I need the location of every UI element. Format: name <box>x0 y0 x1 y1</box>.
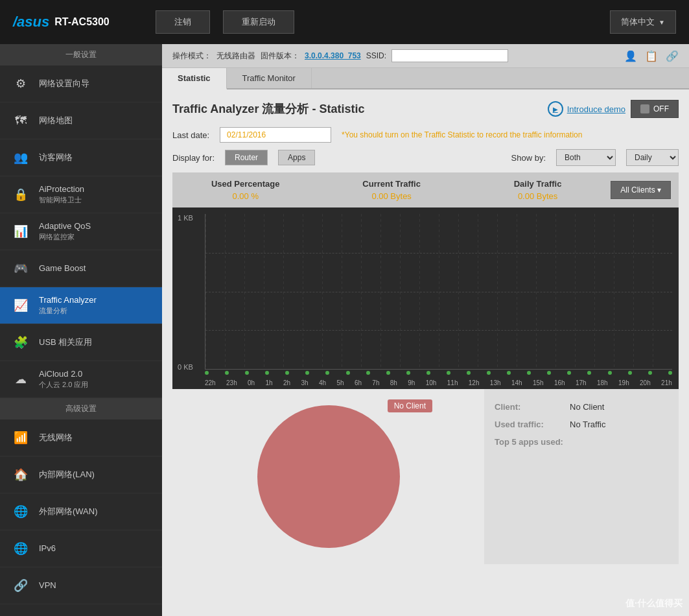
chart-vertical-lines <box>205 214 672 369</box>
lan-icon: 🏠 <box>10 464 31 485</box>
chart-dot <box>648 371 652 375</box>
sidebar-item-network-map[interactable]: 🗺 网络地图 <box>0 102 162 139</box>
tab-statistic[interactable]: Statistic <box>162 68 227 89</box>
chart-dot <box>487 371 491 375</box>
firmware-label: 固件版本： <box>261 51 299 62</box>
date-row: Last date: *You should turn on the Traff… <box>172 127 679 143</box>
pie-chart <box>257 405 400 548</box>
adaptive-qos-icon: 📊 <box>10 221 31 242</box>
current-traffic-label: Current Traffic <box>318 179 464 189</box>
vpn-icon: 🔗 <box>10 575 31 596</box>
sidebar-item-wan[interactable]: 🌐 外部网络(WAN) <box>0 493 162 530</box>
all-clients-button[interactable]: All Clients ▾ <box>611 181 671 199</box>
used-pct-label: Used Percentage <box>172 179 318 189</box>
chart-dot <box>447 371 450 375</box>
usb-apps-icon: 🧩 <box>10 332 31 353</box>
chart-area: 1 KB 0 KB <box>172 207 679 389</box>
game-boost-icon: 🎮 <box>10 258 31 279</box>
asus-logo: /asus <box>13 14 49 30</box>
sidebar-item-wireless[interactable]: 📶 无线网络 <box>0 420 162 456</box>
wan-icon: 🌐 <box>10 501 31 522</box>
page-title: Traffic Analyzer 流量分析 - Statistic <box>172 101 364 117</box>
chart-dot <box>668 371 672 375</box>
mode-label: 操作模式： <box>172 51 211 62</box>
logout-button[interactable]: 注销 <box>156 10 210 34</box>
sidebar-item-game-boost[interactable]: 🎮 Game Boost <box>0 250 162 287</box>
last-date-label: Last date: <box>172 130 209 140</box>
show-by-select[interactable]: Both Upload Download <box>556 149 616 166</box>
traffic-analyzer-icon: 📈 <box>10 295 31 316</box>
chart-dot <box>205 371 209 375</box>
bottom-area: No Client Client: No Client Used traffic… <box>172 389 679 564</box>
used-percentage-stat: Used Percentage 0.00 % <box>172 179 318 201</box>
chart-dot <box>628 371 632 375</box>
chart-dot <box>225 371 229 375</box>
chart-dot <box>567 371 571 375</box>
chart-dot <box>547 371 551 375</box>
chart-dot <box>325 371 329 375</box>
daily-traffic-label: Daily Traffic <box>465 179 611 189</box>
ipv6-icon: 🌐 <box>10 538 31 559</box>
sidebar-item-ai-protection[interactable]: 🔒 AiProtection 智能网络卫士 <box>0 176 162 213</box>
chart-dot <box>366 371 370 375</box>
chart-dot <box>305 371 309 375</box>
daily-traffic-value: 0.00 Bytes <box>465 191 611 201</box>
date-input[interactable] <box>220 127 331 143</box>
demo-link[interactable]: ▶ Introduce demo <box>548 101 625 117</box>
chart-grid <box>205 214 672 370</box>
copy-icon: 📋 <box>645 50 658 62</box>
sidebar-item-network-guide[interactable]: ⚙ 网络设置向导 <box>0 65 162 102</box>
sidebar-item-guest-network[interactable]: 👥 访客网络 <box>0 139 162 176</box>
daily-traffic-stat: Daily Traffic 0.00 Bytes <box>465 179 611 201</box>
chart-dot <box>507 371 511 375</box>
chart-dot <box>285 371 289 375</box>
user-icon: 👤 <box>624 50 637 62</box>
display-for-label: Display for: <box>172 153 215 163</box>
firmware-value[interactable]: 3.0.0.4.380_753 <box>305 51 361 60</box>
toggle-area: ▶ Introduce demo OFF <box>548 100 679 118</box>
sidebar-item-ipv6[interactable]: 🌐 IPv6 <box>0 530 162 567</box>
chart-dot <box>467 371 471 375</box>
watermark: 值·什么值得买 <box>625 598 683 610</box>
no-client-badge: No Client <box>388 399 432 412</box>
client-row: Client: No Client <box>495 402 668 412</box>
show-by-label: Show by: <box>511 153 546 163</box>
ssid-input[interactable] <box>391 49 508 62</box>
guest-network-icon: 👥 <box>10 147 31 168</box>
chart-dot <box>346 371 350 375</box>
chart-dot <box>265 371 269 375</box>
language-selector[interactable]: 简体中文 ▼ <box>610 10 676 34</box>
used-pct-value: 0.00 % <box>172 191 318 201</box>
sidebar-item-adaptive-qos[interactable]: 📊 Adaptive QoS 网络监控家 <box>0 213 162 250</box>
ai-protection-icon: 🔒 <box>10 184 31 205</box>
model-name: RT-AC5300 <box>54 16 109 28</box>
network-guide-icon: ⚙ <box>10 73 31 94</box>
mode-value: 无线路由器 <box>216 51 255 62</box>
display-router-button[interactable]: Router <box>225 150 268 165</box>
content-area: 操作模式： 无线路由器 固件版本： 3.0.0.4.380_753 SSID: … <box>162 44 689 616</box>
notice-text: *You should turn on the Traffic Statisti… <box>342 130 679 139</box>
sidebar-item-traffic-analyzer[interactable]: 📈 Traffic Analyzer 流量分析 <box>0 287 162 324</box>
tab-traffic-monitor[interactable]: Traffic Monitor <box>227 68 312 88</box>
period-select[interactable]: Daily Weekly Monthly <box>626 149 679 166</box>
sidebar-item-lan[interactable]: 🏠 内部网络(LAN) <box>0 456 162 493</box>
chart-dot <box>386 371 390 375</box>
chart-x-labels: 22h23h 0h1h 2h3h 4h5h 6h7h 8h9h 10h11h 1… <box>205 379 672 386</box>
chart-dot <box>527 371 531 375</box>
chart-dot <box>245 371 249 375</box>
logo-area: /asus RT-AC5300 <box>13 14 143 30</box>
header-icons: 👤 📋 🔗 <box>624 50 679 62</box>
chart-dot <box>587 371 591 375</box>
sidebar-item-firewall[interactable]: 🛡 防火墙 <box>0 604 162 616</box>
content-body: Traffic Analyzer 流量分析 - Statistic ▶ Intr… <box>162 89 689 575</box>
content-header: 操作模式： 无线路由器 固件版本： 3.0.0.4.380_753 SSID: … <box>162 44 689 68</box>
stats-row: Used Percentage 0.00 % Current Traffic 0… <box>172 172 679 207</box>
sidebar-item-aicloud[interactable]: ☁ AiCloud 2.0 个人云 2.0 应用 <box>0 361 162 398</box>
display-apps-button[interactable]: Apps <box>278 150 315 165</box>
sidebar-item-usb-apps[interactable]: 🧩 USB 相关应用 <box>0 324 162 361</box>
sidebar-section-advanced: 高级设置 <box>0 398 162 420</box>
sidebar-item-vpn[interactable]: 🔗 VPN <box>0 567 162 604</box>
pie-area: No Client <box>172 389 484 564</box>
toggle-switch[interactable]: OFF <box>631 100 679 118</box>
restart-button[interactable]: 重新启动 <box>223 10 294 34</box>
